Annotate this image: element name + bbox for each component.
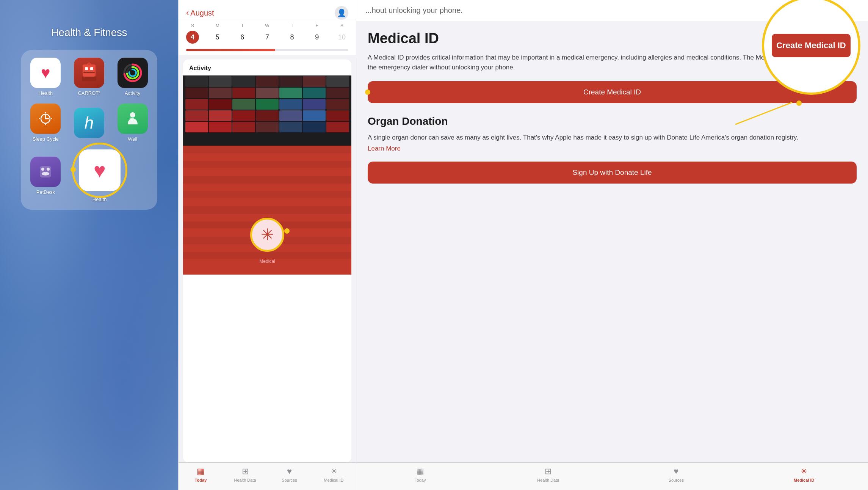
back-chevron-icon[interactable]: ‹ <box>186 8 189 18</box>
health-circle-dot <box>71 167 76 172</box>
progress-bar-fill <box>186 49 275 51</box>
carrot-app-label: CARROT³ <box>78 90 100 96</box>
app-h[interactable]: h <box>74 108 104 138</box>
tab-today[interactable]: ▦ Today <box>186 466 216 482</box>
tab-sources[interactable]: ♥ Sources <box>274 466 305 482</box>
cal-day-t2: T 8 <box>286 23 299 44</box>
app-petdesk[interactable]: PetDesk <box>30 157 61 195</box>
cal-letter-t1: T <box>241 23 244 28</box>
app-well[interactable]: Well <box>118 104 148 142</box>
petdesk-icon-svg <box>37 163 54 181</box>
homescreen-title: Health & Fitness <box>51 27 127 39</box>
today-header: ‹ August 👤 <box>179 0 356 20</box>
create-medical-circle-annotation: Create Medical ID <box>762 0 860 95</box>
cal-num-6[interactable]: 6 <box>236 31 249 44</box>
app-health[interactable]: ♥ Health <box>30 58 61 96</box>
well-icon-svg <box>124 110 141 127</box>
app-health-highlighted[interactable]: ♥ Health <box>79 149 121 202</box>
svg-point-18 <box>130 112 135 118</box>
cal-day-s2: S 10 <box>335 23 348 44</box>
tab-medical-id-medical[interactable]: ✳ Medical ID <box>789 466 819 482</box>
circle-to-button-dot <box>796 101 802 106</box>
cal-letter-f: F <box>316 23 318 28</box>
sleep-cycle-icon[interactable] <box>30 104 61 134</box>
health-highlight-circle <box>72 143 127 198</box>
medical-id-tab-icon-m: ✳ <box>801 466 807 476</box>
cal-num-8[interactable]: 8 <box>286 31 299 44</box>
cal-num-5[interactable]: 5 <box>211 31 224 44</box>
cal-num-9[interactable]: 9 <box>310 31 323 44</box>
cal-num-4[interactable]: 4 <box>186 31 199 44</box>
svg-rect-3 <box>83 72 95 73</box>
today-tab-icon-m: ▦ <box>416 466 424 476</box>
activity-app-icon[interactable] <box>118 58 148 88</box>
app-sleep-cycle[interactable]: Sleep Cycle <box>30 104 61 142</box>
profile-button[interactable]: 👤 <box>335 6 348 20</box>
create-medical-circle-text: Create Medical ID <box>776 41 846 50</box>
progress-bar-container <box>179 49 356 55</box>
create-medical-dot <box>365 90 370 95</box>
well-app-icon[interactable] <box>118 104 148 134</box>
activity-red-area: ✳ Medical <box>183 146 351 275</box>
tab-medical-id[interactable]: ✳ Medical ID <box>319 466 349 482</box>
medical-asterisk-circle: ✳ <box>250 218 284 252</box>
medical-id-tab-label-m: Medical ID <box>794 478 814 482</box>
health-app-label: Health <box>39 90 53 96</box>
cal-letter-w: W <box>265 23 269 28</box>
svg-rect-2 <box>90 67 93 70</box>
tab-today-medical[interactable]: ▦ Today <box>405 466 436 482</box>
sources-tab-label: Sources <box>282 478 297 482</box>
create-medical-id-button-label: Create Medical ID <box>583 88 641 96</box>
activity-blurred-top <box>183 75 351 146</box>
tab-sources-medical[interactable]: ♥ Sources <box>661 466 691 482</box>
medical-id-tab-label: Medical ID <box>324 478 344 482</box>
signup-donate-life-button[interactable]: Sign Up with Donate Life <box>368 162 857 184</box>
sources-tab-icon: ♥ <box>287 466 292 476</box>
svg-rect-19 <box>40 166 51 177</box>
health-app-icon[interactable]: ♥ <box>30 58 61 88</box>
heart-icon: ♥ <box>41 64 50 82</box>
calendar-row: S 4 M 5 T 6 W 7 T 8 F 9 S 10 <box>179 20 356 49</box>
today-tab-label: Today <box>195 478 207 482</box>
petdesk-app-icon[interactable] <box>30 157 61 187</box>
cal-num-7[interactable]: 7 <box>261 31 274 44</box>
medical-id-panel: ...hout unlocking your phone. Medical ID… <box>356 0 868 490</box>
carrot-robot-svg <box>80 63 99 83</box>
progress-bar-track <box>186 49 348 51</box>
activity-app-label: Activity <box>125 90 140 96</box>
app-carrot[interactable]: CARROT³ <box>74 58 104 96</box>
health-data-tab-label-m: Health Data <box>537 478 559 482</box>
sources-tab-icon-m: ♥ <box>674 466 678 476</box>
well-app-label: Well <box>128 136 137 142</box>
cal-day-t1: T 6 <box>236 23 249 44</box>
svg-rect-0 <box>83 64 96 77</box>
activity-section: Activity <box>183 60 351 462</box>
h-app-icon[interactable]: h <box>74 108 104 138</box>
sources-tab-label-m: Sources <box>669 478 684 482</box>
cal-day-s1: S 4 <box>186 23 199 44</box>
app-activity[interactable]: Activity <box>118 58 148 96</box>
app-folder: ♥ Health CARROT³ <box>21 50 157 210</box>
signup-donate-label: Sign Up with Donate Life <box>572 168 652 176</box>
medical-id-tab-icon: ✳ <box>331 466 337 476</box>
today-tab-icon: ▦ <box>197 466 205 476</box>
cal-num-10[interactable]: 10 <box>335 31 348 44</box>
back-nav[interactable]: ‹ August <box>186 8 214 18</box>
organ-donation-description: A single organ donor can save as many as… <box>368 133 857 143</box>
sleep-icon-svg <box>37 110 54 127</box>
medical-id-tab-label-small: Medical <box>259 259 275 264</box>
today-panel: ‹ August 👤 S 4 M 5 T 6 W 7 T 8 F 9 <box>178 0 356 490</box>
back-month-label[interactable]: August <box>190 9 214 17</box>
cal-day-f: F 9 <box>310 23 323 44</box>
h-letter: h <box>85 113 94 132</box>
health-data-tab-icon-m: ⊞ <box>545 466 552 476</box>
sleep-cycle-label: Sleep Cycle <box>33 136 59 142</box>
tab-health-data[interactable]: ⊞ Health Data <box>230 466 260 482</box>
learn-more-link[interactable]: Learn More <box>368 145 857 152</box>
carrot-app-icon[interactable] <box>74 58 104 88</box>
medical-tab-bar: ▦ Today ⊞ Health Data ♥ Sources ✳ Medica… <box>356 462 868 490</box>
svg-rect-4 <box>82 77 96 81</box>
asterisk-circle-dot <box>284 228 290 234</box>
activity-rings-svg <box>121 61 144 84</box>
tab-health-data-medical[interactable]: ⊞ Health Data <box>533 466 563 482</box>
